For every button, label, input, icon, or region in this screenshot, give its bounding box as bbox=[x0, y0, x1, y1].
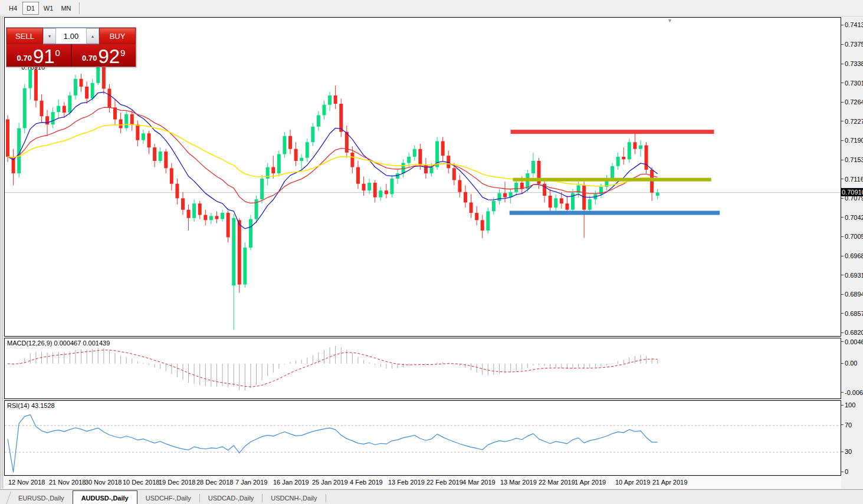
tick-label: 0.70050 bbox=[845, 233, 863, 240]
sell-price-box[interactable]: 0.70 91 0 bbox=[6, 44, 71, 67]
timeframe-button-d1[interactable]: D1 bbox=[22, 2, 39, 15]
candles-group bbox=[6, 61, 659, 330]
tick-dash bbox=[841, 294, 844, 295]
tick-label: 100 bbox=[845, 401, 855, 409]
pivot-level-line[interactable] bbox=[513, 178, 711, 182]
tick-dash bbox=[841, 217, 844, 218]
date-axis[interactable]: 12 Nov 201821 Nov 201830 Nov 201810 Dec … bbox=[4, 477, 841, 489]
price-scale-column[interactable]: 0.741300.737500.733800.730100.726400.722… bbox=[841, 17, 863, 489]
tick-dash bbox=[841, 256, 844, 256]
chart-shift-marker-icon[interactable]: ▼ bbox=[667, 18, 672, 24]
tick-dash bbox=[841, 140, 844, 141]
date-tick-label: 22 Feb 2019 bbox=[426, 479, 463, 486]
timeframe-toolbar: H4D1W1MN bbox=[0, 0, 863, 17]
rsi-indicator-panel[interactable]: RSI(14) 43.1528 bbox=[4, 400, 841, 476]
tick-dash bbox=[841, 452, 844, 452]
current-bid-tag: 0.70910 bbox=[841, 188, 863, 196]
sell-price-big: 91 bbox=[33, 48, 55, 65]
timeframe-button-w1[interactable]: W1 bbox=[40, 2, 57, 15]
tick-label: 30 bbox=[845, 448, 852, 455]
tick-label: 0.69310 bbox=[845, 272, 863, 279]
date-tick-label: 4 Mar 2019 bbox=[462, 479, 496, 486]
price-tick: 0.69680 bbox=[841, 252, 863, 259]
tick-dash bbox=[841, 179, 844, 179]
volume-stepper: ▼ 1.00 ▲ bbox=[43, 28, 99, 44]
tick-dash bbox=[841, 64, 844, 64]
rsi-tick: 0 bbox=[841, 468, 848, 475]
sell-price-prefix: 0.70 bbox=[17, 54, 32, 62]
tab-usdcad-daily[interactable]: USDCAD-,Daily bbox=[200, 492, 262, 504]
rsi-line bbox=[8, 415, 658, 472]
volume-input[interactable]: 1.00 bbox=[56, 28, 86, 44]
tick-label: 70 bbox=[845, 421, 852, 429]
trading-terminal-window: H4D1W1MN ▲ AUDUSD-,Daily 0.70964 0.70981… bbox=[0, 0, 863, 504]
tick-label: 0.72640 bbox=[845, 98, 863, 106]
resistance-level-line[interactable] bbox=[511, 130, 714, 134]
timeframe-button-h4[interactable]: H4 bbox=[5, 2, 21, 15]
tick-dash bbox=[841, 363, 844, 364]
date-tick-label: 19 Dec 2018 bbox=[159, 479, 195, 486]
tab-usdchf-daily[interactable]: USDCHF-,Daily bbox=[137, 492, 199, 504]
splitter-ridge bbox=[1, 17, 1, 489]
tick-dash bbox=[841, 313, 844, 314]
timeframe-button-mn[interactable]: MN bbox=[58, 2, 74, 15]
tick-dash bbox=[841, 198, 844, 199]
volume-increase-icon[interactable]: ▲ bbox=[86, 28, 99, 44]
buy-button[interactable]: BUY bbox=[99, 28, 136, 44]
tick-dash bbox=[841, 44, 844, 45]
tick-label: 0.68940 bbox=[845, 291, 863, 298]
rsi-chart bbox=[5, 401, 841, 475]
tab-divider bbox=[326, 494, 326, 502]
left-splitter[interactable] bbox=[0, 17, 4, 489]
chart-tab-bar: EURUSD-,DailyAUDUSD-,DailyUSDCHF-,DailyU… bbox=[0, 489, 863, 504]
buy-price-big: 92 bbox=[98, 48, 120, 65]
price-tick: 0.71530 bbox=[841, 156, 863, 163]
tick-dash bbox=[841, 236, 844, 237]
date-tick-label: 22 Mar 2019 bbox=[539, 479, 575, 486]
tick-dash bbox=[841, 392, 844, 393]
date-tick-label: 21 Apr 2019 bbox=[652, 479, 687, 486]
price-tick: 0.73750 bbox=[841, 41, 863, 48]
price-tick: 0.70050 bbox=[841, 233, 863, 240]
tick-label: 0.72270 bbox=[845, 118, 863, 125]
price-tick: 0.74130 bbox=[841, 21, 863, 28]
date-tick-label: 13 Mar 2019 bbox=[500, 479, 537, 486]
date-tick-label: 7 Jan 2019 bbox=[235, 479, 267, 486]
macd-label: MACD(12,26,9) 0.000467 0.001439 bbox=[7, 340, 110, 347]
price-tick: 0.68570 bbox=[841, 310, 863, 317]
one-click-trading-widget: SELL ▼ 1.00 ▲ BUY 0.70 91 0 0.70 92 9 bbox=[6, 27, 136, 67]
tick-dash bbox=[841, 102, 844, 103]
price-tick: 0.73380 bbox=[841, 60, 863, 67]
macd-tick: -0.00639 bbox=[841, 389, 863, 396]
support-level-line[interactable] bbox=[510, 211, 720, 215]
price-tick: 0.71160 bbox=[841, 176, 863, 183]
rsi-tick: 30 bbox=[841, 448, 852, 455]
tick-label: 0.74130 bbox=[845, 21, 863, 28]
tab-eurusd-daily[interactable]: EURUSD-,Daily bbox=[10, 492, 73, 504]
price-tick: 0.70420 bbox=[841, 214, 863, 221]
buy-price-prefix: 0.70 bbox=[82, 54, 97, 62]
price-tick: 0.73010 bbox=[841, 80, 863, 87]
sell-price-sup: 0 bbox=[55, 48, 60, 57]
tab-audusd-daily[interactable]: AUDUSD-,Daily bbox=[73, 490, 137, 504]
tick-label: 0.71530 bbox=[845, 156, 863, 163]
tick-dash bbox=[841, 275, 844, 275]
buy-price-box[interactable]: 0.70 92 9 bbox=[72, 44, 136, 67]
toolbar-separator bbox=[79, 2, 80, 14]
macd-signal-line bbox=[8, 350, 658, 387]
tab-usdcnh-daily[interactable]: USDCNH-,Daily bbox=[262, 492, 325, 504]
tick-label: 0.71160 bbox=[845, 176, 863, 183]
sell-button[interactable]: SELL bbox=[6, 28, 43, 44]
rsi-tick: 70 bbox=[841, 421, 852, 429]
macd-indicator-panel[interactable]: MACD(12,26,9) 0.000467 0.001439 bbox=[4, 338, 841, 399]
tick-label: 0.69680 bbox=[845, 252, 863, 259]
tick-label: 0 bbox=[845, 468, 848, 475]
price-tick: 0.69310 bbox=[841, 272, 863, 279]
ma-mid-line bbox=[8, 107, 658, 203]
macd-chart bbox=[5, 338, 841, 398]
tick-dash bbox=[841, 424, 844, 425]
volume-decrease-icon[interactable]: ▼ bbox=[43, 28, 56, 44]
date-tick-label: 28 Dec 2018 bbox=[196, 479, 233, 486]
tick-dash bbox=[841, 121, 844, 121]
price-tick: 0.72640 bbox=[841, 98, 863, 106]
